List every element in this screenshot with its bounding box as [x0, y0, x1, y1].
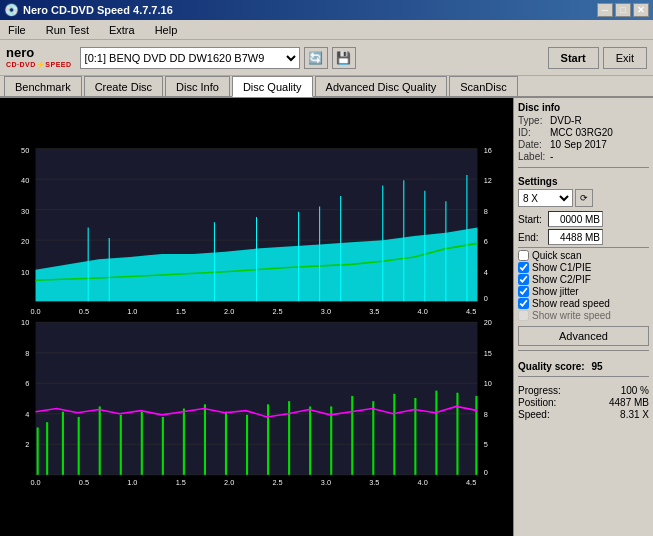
svg-rect-77	[393, 394, 395, 475]
show-write-speed-label: Show write speed	[532, 310, 611, 321]
speed-row: 8 X ⟳	[518, 189, 649, 207]
progress-label: Progress:	[518, 385, 561, 396]
tab-scan-disc[interactable]: ScanDisc	[449, 76, 517, 96]
show-jitter-label: Show jitter	[532, 286, 579, 297]
divider-3	[518, 350, 649, 351]
start-row: Start:	[518, 211, 649, 227]
show-c2pif-row: Show C2/PIF	[518, 274, 649, 285]
show-write-speed-checkbox	[518, 310, 529, 321]
tabs-bar: Benchmark Create Disc Disc Info Disc Qua…	[0, 76, 653, 98]
quick-scan-checkbox[interactable]	[518, 250, 529, 261]
svg-text:0.5: 0.5	[79, 307, 89, 316]
svg-text:4.0: 4.0	[418, 478, 428, 487]
chart-area: 50 40 30 20 10 16 12 8 6 4 0	[0, 98, 513, 536]
svg-text:2.0: 2.0	[224, 478, 234, 487]
svg-text:1.0: 1.0	[127, 307, 137, 316]
speed-label: Speed:	[518, 409, 550, 420]
show-c1pie-row: Show C1/PIE	[518, 262, 649, 273]
refresh-icon-button[interactable]: 🔄	[304, 47, 328, 69]
show-c1pie-checkbox[interactable]	[518, 262, 529, 273]
menu-extra[interactable]: Extra	[105, 23, 139, 37]
svg-text:6: 6	[25, 379, 29, 388]
app-title: Nero CD-DVD Speed 4.7.7.16	[23, 4, 173, 16]
show-read-speed-label: Show read speed	[532, 298, 610, 309]
progress-value: 100 %	[621, 385, 649, 396]
close-button[interactable]: ✕	[633, 3, 649, 17]
speed-row-progress: Speed: 8.31 X	[518, 409, 649, 420]
titlebar: 💿 Nero CD-DVD Speed 4.7.7.16 ─ □ ✕	[0, 0, 653, 20]
save-icon-button[interactable]: 💾	[332, 47, 356, 69]
show-read-speed-row: Show read speed	[518, 298, 649, 309]
show-jitter-checkbox[interactable]	[518, 286, 529, 297]
svg-text:12: 12	[484, 176, 492, 185]
quick-scan-row: Quick scan	[518, 250, 649, 261]
menu-run-test[interactable]: Run Test	[42, 23, 93, 37]
svg-text:0.5: 0.5	[79, 478, 89, 487]
svg-text:2.5: 2.5	[272, 478, 282, 487]
svg-rect-65	[141, 412, 143, 475]
progress-row: Progress: 100 %	[518, 385, 649, 396]
speed-icon-button[interactable]: ⟳	[575, 189, 593, 207]
divider-2	[518, 247, 649, 248]
svg-text:3.5: 3.5	[369, 307, 379, 316]
svg-text:20: 20	[21, 237, 29, 246]
menu-help[interactable]: Help	[151, 23, 182, 37]
show-jitter-row: Show jitter	[518, 286, 649, 297]
svg-rect-67	[183, 409, 185, 475]
end-input[interactable]	[548, 229, 603, 245]
svg-rect-71	[267, 404, 269, 474]
toolbar: nero CD·DVD⚡SPEED [0:1] BENQ DVD DD DW16…	[0, 40, 653, 76]
speed-value: 8.31 X	[620, 409, 649, 420]
svg-rect-74	[330, 406, 332, 474]
position-row: Position: 4487 MB	[518, 397, 649, 408]
svg-rect-73	[309, 406, 311, 474]
quality-score-value: 95	[591, 361, 602, 372]
tab-disc-info[interactable]: Disc Info	[165, 76, 230, 96]
svg-text:40: 40	[21, 176, 29, 185]
drive-selector[interactable]: [0:1] BENQ DVD DD DW1620 B7W9	[80, 47, 300, 69]
nero-logo: nero CD·DVD⚡SPEED	[6, 46, 72, 68]
show-c2pif-label: Show C2/PIF	[532, 274, 591, 285]
maximize-button[interactable]: □	[615, 3, 631, 17]
tab-benchmark[interactable]: Benchmark	[4, 76, 82, 96]
main-content: 50 40 30 20 10 16 12 8 6 4 0	[0, 98, 653, 536]
tab-advanced-disc-quality[interactable]: Advanced Disc Quality	[315, 76, 448, 96]
svg-text:15: 15	[484, 349, 492, 358]
minimize-button[interactable]: ─	[597, 3, 613, 17]
svg-rect-59	[37, 427, 39, 474]
start-button[interactable]: Start	[548, 47, 599, 69]
show-read-speed-checkbox[interactable]	[518, 298, 529, 309]
titlebar-left: 💿 Nero CD-DVD Speed 4.7.7.16	[4, 3, 173, 17]
svg-text:10: 10	[21, 268, 29, 277]
id-label: ID:	[518, 127, 548, 138]
tab-create-disc[interactable]: Create Disc	[84, 76, 163, 96]
advanced-button[interactable]: Advanced	[518, 326, 649, 346]
svg-text:50: 50	[21, 146, 29, 155]
speed-selector[interactable]: 8 X	[518, 189, 573, 207]
svg-text:10: 10	[21, 318, 29, 327]
svg-text:1.0: 1.0	[127, 478, 137, 487]
exit-button[interactable]: Exit	[603, 47, 647, 69]
svg-rect-63	[99, 406, 101, 474]
svg-text:6: 6	[484, 237, 488, 246]
svg-text:0.0: 0.0	[30, 307, 40, 316]
start-input[interactable]	[548, 211, 603, 227]
start-label: Start:	[518, 214, 546, 225]
quality-score-label: Quality score:	[518, 361, 585, 372]
svg-rect-68	[204, 404, 206, 474]
svg-rect-75	[351, 396, 353, 475]
tab-disc-quality[interactable]: Disc Quality	[232, 76, 313, 97]
svg-text:3.0: 3.0	[321, 478, 331, 487]
svg-rect-79	[435, 391, 437, 475]
label-value: -	[550, 151, 553, 162]
svg-text:2.5: 2.5	[272, 307, 282, 316]
svg-text:0: 0	[484, 468, 488, 477]
svg-text:4.5: 4.5	[466, 307, 476, 316]
svg-rect-62	[78, 417, 80, 475]
svg-text:3.0: 3.0	[321, 307, 331, 316]
menu-file[interactable]: File	[4, 23, 30, 37]
divider-4	[518, 376, 649, 377]
svg-text:8: 8	[484, 207, 488, 216]
svg-rect-80	[456, 393, 458, 475]
show-c2pif-checkbox[interactable]	[518, 274, 529, 285]
